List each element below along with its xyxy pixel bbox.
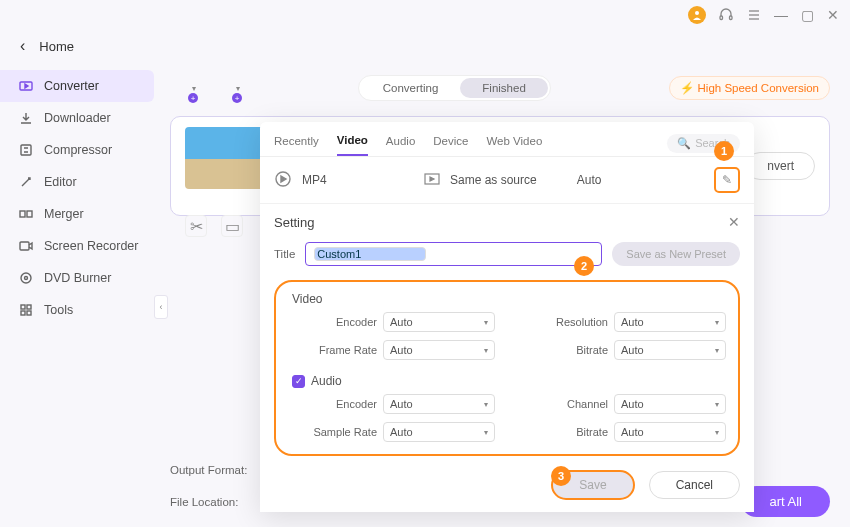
svg-rect-2 — [730, 16, 733, 20]
sidebar-label: Editor — [44, 175, 77, 189]
setting-title: Setting — [274, 215, 314, 230]
framerate-label: Frame Rate — [307, 344, 377, 356]
channel-select[interactable]: Auto▾ — [614, 394, 726, 414]
framerate-select[interactable]: Auto▾ — [383, 340, 495, 360]
callout-badge-1: 1 — [714, 141, 734, 161]
download-icon — [18, 110, 34, 126]
status-segment: Converting Finished — [358, 75, 551, 101]
svg-point-12 — [25, 277, 28, 280]
sidebar-item-converter[interactable]: Converter — [0, 70, 154, 102]
sidebar-item-screen-recorder[interactable]: Screen Recorder — [0, 230, 160, 262]
sidebar: Converter Downloader Compressor Editor M… — [0, 62, 160, 527]
encoder-label: Encoder — [307, 398, 377, 410]
output-format-label: Output Format: — [170, 464, 247, 476]
crop-button[interactable]: ▭ — [221, 215, 243, 237]
svg-rect-1 — [720, 16, 723, 20]
format-settings-panel: Recently Video Audio Device Web Video 🔍S… — [260, 122, 754, 512]
video-encoder-select[interactable]: Auto▾ — [383, 312, 495, 332]
svg-point-0 — [695, 11, 699, 15]
converter-icon — [18, 78, 34, 94]
audio-checkbox[interactable]: ✓ — [292, 375, 305, 388]
trim-button[interactable]: ✂ — [185, 215, 207, 237]
resolution-icon — [424, 173, 440, 188]
convert-button[interactable]: nvert — [746, 152, 815, 180]
sidebar-item-tools[interactable]: Tools — [0, 294, 160, 326]
add-disc-button[interactable]: +▾ — [214, 75, 240, 101]
tab-audio[interactable]: Audio — [386, 131, 415, 155]
encoder-label: Encoder — [307, 316, 377, 328]
svg-rect-8 — [20, 211, 25, 217]
sidebar-item-compressor[interactable]: Compressor — [0, 134, 160, 166]
sidebar-label: Downloader — [44, 111, 111, 125]
back-button[interactable]: ‹ — [20, 37, 25, 55]
svg-rect-9 — [27, 211, 32, 217]
user-avatar[interactable] — [688, 6, 706, 24]
sidebar-collapse[interactable]: ‹ — [154, 295, 168, 319]
sidebar-label: Tools — [44, 303, 73, 317]
cancel-button[interactable]: Cancel — [649, 471, 740, 499]
start-all-button[interactable]: art All — [741, 486, 830, 517]
save-preset-button[interactable]: Save as New Preset — [612, 242, 740, 266]
sidebar-label: Screen Recorder — [44, 239, 139, 253]
title-label: Title — [274, 248, 295, 260]
headset-icon[interactable] — [718, 7, 734, 23]
video-group-header: Video — [288, 288, 726, 312]
sidebar-label: Merger — [44, 207, 84, 221]
callout-badge-2: 2 — [574, 256, 594, 276]
maximize-button[interactable]: ▢ — [800, 8, 814, 22]
bitrate-label: Bitrate — [538, 426, 608, 438]
audio-bitrate-select[interactable]: Auto▾ — [614, 422, 726, 442]
plus-icon: + — [232, 93, 242, 103]
minimize-button[interactable]: — — [774, 8, 788, 22]
samplerate-label: Sample Rate — [307, 426, 377, 438]
sidebar-item-editor[interactable]: Editor — [0, 166, 160, 198]
resolution-select[interactable]: Auto▾ — [614, 312, 726, 332]
breadcrumb-home[interactable]: Home — [39, 39, 74, 54]
svg-rect-13 — [21, 305, 25, 309]
sidebar-item-downloader[interactable]: Downloader — [0, 102, 160, 134]
bolt-icon: ⚡ — [680, 81, 694, 95]
add-file-button[interactable]: +▾ — [170, 75, 196, 101]
format-row[interactable]: MP4 Same as sourceAuto ✎ — [260, 157, 754, 204]
callout-badge-3: 3 — [551, 466, 571, 486]
bitrate-label: Bitrate — [538, 344, 608, 356]
chevron-down-icon: ▾ — [192, 84, 196, 93]
svg-rect-10 — [20, 242, 29, 250]
sidebar-item-dvd-burner[interactable]: DVD Burner — [0, 262, 160, 294]
sidebar-label: DVD Burner — [44, 271, 111, 285]
high-speed-toggle[interactable]: ⚡High Speed Conversion — [669, 76, 830, 100]
tools-icon — [18, 302, 34, 318]
tab-video[interactable]: Video — [337, 130, 368, 156]
audio-encoder-select[interactable]: Auto▾ — [383, 394, 495, 414]
merger-icon — [18, 206, 34, 222]
svg-rect-16 — [27, 311, 31, 315]
compress-icon — [18, 142, 34, 158]
plus-icon: + — [188, 93, 198, 103]
tab-converting[interactable]: Converting — [361, 78, 461, 98]
svg-point-11 — [21, 273, 31, 283]
close-button[interactable]: ✕ — [826, 8, 840, 22]
settings-group: Video EncoderAuto▾ ResolutionAuto▾ Frame… — [274, 280, 740, 456]
svg-rect-7 — [21, 145, 31, 155]
format-name: MP4 — [302, 173, 327, 187]
close-icon[interactable]: ✕ — [728, 214, 740, 230]
sidebar-label: Compressor — [44, 143, 112, 157]
chevron-down-icon: ▾ — [236, 84, 240, 93]
samplerate-select[interactable]: Auto▾ — [383, 422, 495, 442]
file-location-label: File Location: — [170, 496, 238, 508]
svg-rect-14 — [27, 305, 31, 309]
resolution-label: Resolution — [538, 316, 608, 328]
sidebar-item-merger[interactable]: Merger — [0, 198, 160, 230]
tab-recently[interactable]: Recently — [274, 131, 319, 155]
editor-icon — [18, 174, 34, 190]
svg-rect-15 — [21, 311, 25, 315]
video-bitrate-select[interactable]: Auto▾ — [614, 340, 726, 360]
preset-title-input[interactable]: Custom1 — [305, 242, 602, 266]
channel-label: Channel — [538, 398, 608, 410]
bitrate-text: Auto — [577, 173, 602, 187]
tab-web-video[interactable]: Web Video — [486, 131, 542, 155]
edit-format-button[interactable]: ✎ — [714, 167, 740, 193]
menu-icon[interactable] — [746, 7, 762, 23]
tab-finished[interactable]: Finished — [460, 78, 547, 98]
tab-device[interactable]: Device — [433, 131, 468, 155]
